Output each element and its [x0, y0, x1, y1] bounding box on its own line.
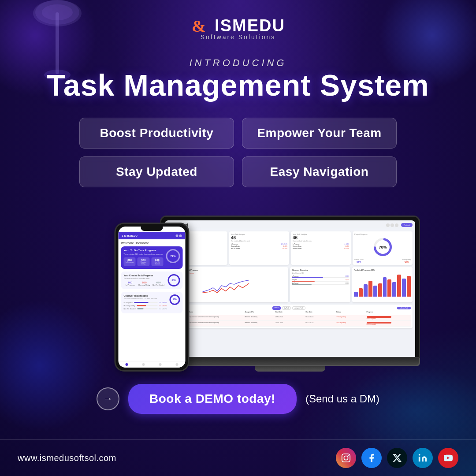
phone-card2-desc: You have created +14 tasks this week: [124, 278, 165, 279]
cta-area: → Book a DEMO today! (Send us a DM): [97, 384, 379, 414]
phone-card-observer: Observer Task Insights You were added as…: [121, 292, 183, 313]
logo-icon: &: [191, 16, 210, 35]
svg-text:&: &: [192, 17, 206, 35]
intro-section: INTRODUCING Task Management System: [47, 57, 429, 102]
phone-header-text: 1-M ISMEDU: [122, 234, 138, 237]
phone-card-created: Your Created Task Progress You have crea…: [121, 271, 183, 289]
feature-label-navigation: Easy Navigation: [270, 165, 369, 178]
phone-header: 1-M ISMEDU: [119, 232, 186, 239]
phone-bottom-nav: [119, 361, 186, 368]
brand-name: ISMEDU: [215, 16, 285, 35]
svg-text:70%: 70%: [379, 245, 387, 249]
laptop-mockup: Dashboard Refresh: [160, 216, 420, 372]
demo-button-label: Book a DEMO today!: [149, 392, 275, 405]
brand-tagline: Software Solutions: [201, 33, 276, 41]
demo-button[interactable]: Book a DEMO today!: [128, 384, 297, 414]
feature-badge-updated: Stay Updated: [79, 156, 234, 187]
hero-title: Task Management System: [47, 69, 429, 102]
intro-label: INTRODUCING: [47, 57, 429, 69]
cta-dm-text: (Send us a DM): [305, 393, 379, 405]
logo-area: & ISMEDU Software Solutions: [191, 16, 285, 41]
feature-badge-boost: Boost Productivity: [79, 118, 234, 149]
cta-arrow-icon: →: [103, 393, 113, 405]
phone-welcome: Welcome Username: [121, 242, 183, 245]
phone-card2-title: Your Created Task Progress: [124, 274, 165, 277]
cta-arrow-circle[interactable]: →: [97, 387, 119, 410]
phone-body: Welcome Username Your To Do Task Progres…: [119, 239, 186, 317]
feature-badge-navigation: Easy Navigation: [242, 156, 397, 187]
feature-badge-empower: Empower Your Team: [242, 118, 397, 149]
phone-notch: [141, 227, 163, 231]
feature-label-empower: Empower Your Team: [257, 126, 381, 140]
features-grid: Boost Productivity Empower Your Team Sta…: [79, 118, 397, 187]
phone-card-todo: Your To Do Task Progress You are doing 7…: [121, 246, 183, 269]
mockup-area: 1-M ISMEDU Welcome Username: [0, 200, 476, 372]
feature-label-updated: Stay Updated: [116, 165, 197, 178]
dashboard-ui: Dashboard Refresh: [165, 220, 415, 357]
phone-mockup: 1-M ISMEDU Welcome Username: [115, 223, 190, 372]
feature-label-boost: Boost Productivity: [100, 126, 214, 140]
phone-card1-desc: You are doing 72% better than predicted …: [124, 253, 164, 255]
phone-card1-title: Your To Do Task Progress: [124, 249, 164, 252]
